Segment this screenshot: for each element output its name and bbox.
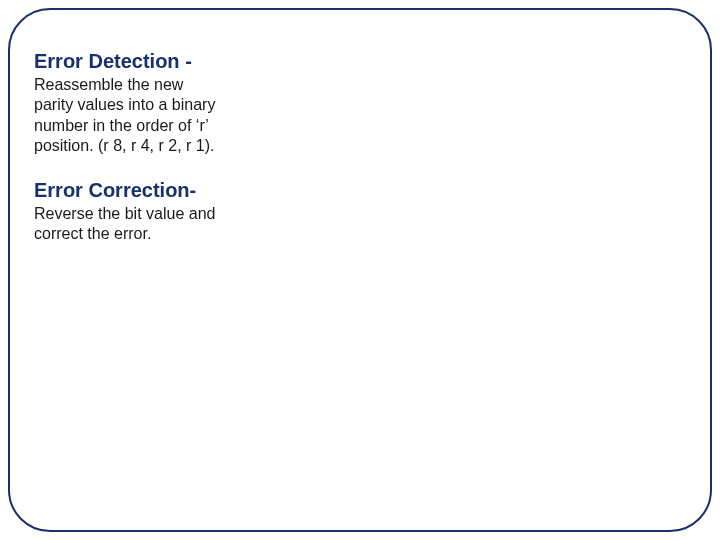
section-1-body: Reassemble the new parity values into a … [34, 75, 224, 157]
slide-frame: Error Detection - Reassemble the new par… [8, 8, 712, 532]
section-1-title: Error Detection - [34, 50, 224, 73]
section-2-title: Error Correction- [34, 179, 224, 202]
slide: Error Detection - Reassemble the new par… [0, 0, 720, 540]
text-column: Error Detection - Reassemble the new par… [34, 50, 224, 245]
section-2-body: Reverse the bit value and correct the er… [34, 204, 224, 245]
